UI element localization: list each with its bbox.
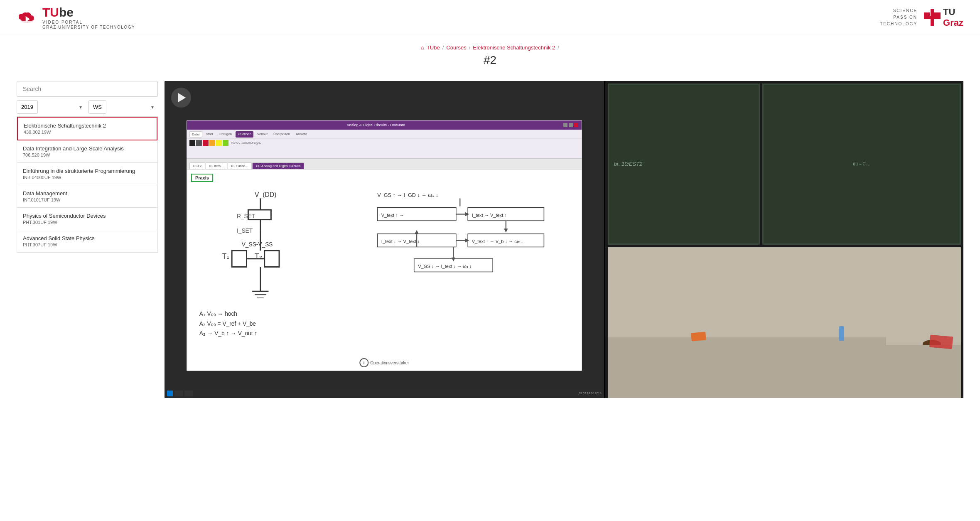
course-item-code: 706.520 19W xyxy=(23,152,152,157)
year-select-wrapper: 2019 2018 2017 xyxy=(17,100,86,114)
home-icon: ⌂ xyxy=(421,44,424,51)
course-item[interactable]: Einführung in die strukturierte Programm… xyxy=(17,163,157,185)
svg-rect-7 xyxy=(924,16,931,19)
filter-row: 2019 2018 2017 WS SS xyxy=(17,100,158,114)
course-item-code: INB.04000UF 19W xyxy=(23,175,152,180)
svg-rect-4 xyxy=(931,12,934,16)
sidebar: 2019 2018 2017 WS SS Elektronische Schal… xyxy=(17,81,158,398)
onenote-tab-est2: EST2 xyxy=(189,162,205,169)
onenote-title: Analog & Digital Circuits - OneNote xyxy=(190,123,562,127)
breadcrumb-home[interactable]: TUbe xyxy=(427,44,440,51)
course-list: Elektronische Schaltungstechnik 2 439.00… xyxy=(17,116,158,253)
svg-marker-39 xyxy=(504,229,508,232)
course-item-name: Data Management xyxy=(23,190,152,197)
classroom-desk-area xyxy=(608,247,886,398)
svg-text:V_GS ↓ → I_text ↓ → ω₁ ↓: V_GS ↓ → I_text ↓ → ω₁ ↓ xyxy=(418,264,472,269)
svg-rect-6 xyxy=(934,12,941,16)
svg-text:A₂ V₀₀ = V_ref + V_be: A₂ V₀₀ = V_ref + V_be xyxy=(199,321,256,327)
breadcrumb-area: ⌂ TUbe / Courses / Elektronische Schaltu… xyxy=(0,35,980,77)
course-item-code: 439.002 19W xyxy=(24,130,151,135)
svg-rect-9 xyxy=(934,16,941,19)
onenote-simulation: Analog & Digital Circuits - OneNote Date… xyxy=(187,120,582,371)
play-triangle-icon xyxy=(178,93,186,102)
svg-text:V_text ↑ →: V_text ↑ → xyxy=(381,213,404,218)
person-area xyxy=(886,247,961,398)
svg-rect-17 xyxy=(232,251,246,267)
svg-rect-19 xyxy=(265,251,279,267)
maximize-button xyxy=(569,123,573,127)
course-item[interactable]: Elektronische Schaltungstechnik 2 439.00… xyxy=(17,117,157,140)
flow-diagram: V_GS ↑ → I_GD ↓ → ω₁ ↓ V_text ↑ → xyxy=(343,185,577,365)
svg-text:V_SS-V_SS: V_SS-V_SS xyxy=(242,242,273,248)
breadcrumb: ⌂ TUbe / Courses / Elektronische Schaltu… xyxy=(421,44,559,51)
blackboard-right: i(t) = C·... xyxy=(762,84,961,245)
svg-text:V_GS ↑ → I_GD ↓ → ω₁ ↓: V_GS ↑ → I_GD ↓ → ω₁ ↓ xyxy=(378,193,439,199)
minimize-button xyxy=(563,123,567,127)
svg-text:V_(DD): V_(DD) xyxy=(255,191,276,199)
svg-marker-43 xyxy=(465,238,469,242)
praxis-box: Praxis xyxy=(191,174,213,182)
svg-text:A₃ → V_b ↑ → V_out ↑: A₃ → V_b ↑ → V_out ↑ xyxy=(199,331,258,337)
svg-marker-47 xyxy=(415,230,419,234)
course-item-name: Einführung in die strukturierte Programm… xyxy=(23,168,152,174)
svg-text:V_text ↑ → V_b ↓ → ω₂ ↓: V_text ↑ → V_b ↓ → ω₂ ↓ xyxy=(472,239,523,244)
tu-graz-logo: TU Graz xyxy=(923,7,963,28)
onenote-tab-funda: 01 Funda... xyxy=(228,162,252,169)
onenote-tab-analog: EC Analog and Digital Circuits xyxy=(252,162,304,169)
svg-rect-8 xyxy=(931,21,934,26)
breadcrumb-course[interactable]: Elektronische Schaltungstechnik 2 xyxy=(473,44,555,51)
header: TUbe VIDEO PORTAL GRAZ UNIVERSITY OF TEC… xyxy=(0,0,980,35)
onenote-titlebar: Analog & Digital Circuits - OneNote xyxy=(187,120,582,130)
logo-text-group: TUbe VIDEO PORTAL GRAZ UNIVERSITY OF TEC… xyxy=(42,5,135,30)
onenote-body: Praxis V_(DD) xyxy=(187,170,582,370)
course-item-name: Elektronische Schaltungstechnik 2 xyxy=(24,123,151,129)
video-left-panel: Analog & Digital Circuits - OneNote Date… xyxy=(165,81,604,398)
course-item-name: Physics of Semiconductor Devices xyxy=(23,213,152,219)
video-area: Analog & Digital Circuits - OneNote Date… xyxy=(165,81,963,398)
course-item[interactable]: Data Management INF.01017UF 19W xyxy=(17,185,157,208)
course-item[interactable]: Data Integration and Large-Scale Analysi… xyxy=(17,140,157,163)
svg-marker-51 xyxy=(452,258,455,261)
close-button xyxy=(574,123,578,127)
svg-text:I_SET: I_SET xyxy=(237,228,253,234)
svg-rect-3 xyxy=(924,12,930,16)
logo-left: TUbe VIDEO PORTAL GRAZ UNIVERSITY OF TEC… xyxy=(17,5,135,30)
video-right-panel: br. 10/EST2 i(t) = C·... xyxy=(605,81,963,398)
search-input[interactable] xyxy=(17,81,158,97)
bottom-label: i Operationsverstärker xyxy=(359,358,409,367)
course-item-code: PHT.307UF 19W xyxy=(23,242,152,247)
video-content: Analog & Digital Circuits - OneNote Date… xyxy=(165,81,963,398)
blackboard-left: br. 10/EST2 xyxy=(608,84,760,245)
svg-text:I_text ↓ → V_text ↓: I_text ↓ → V_text ↓ xyxy=(381,239,420,244)
svg-text:A₁ V₀₀ → hoch: A₁ V₀₀ → hoch xyxy=(199,311,237,317)
svg-text:I_text → V_text ↑: I_text → V_text ↑ xyxy=(472,213,507,218)
university-label: GRAZ UNIVERSITY OF TECHNOLOGY xyxy=(42,25,135,30)
onenote-ribbon: Datei Start Einfügen Zeichnen Verlauf Üb… xyxy=(187,130,582,159)
svg-text:R_SET: R_SET xyxy=(237,213,255,219)
semester-select[interactable]: WS SS xyxy=(88,100,106,114)
course-item-code: PHT.301UF 19W xyxy=(23,220,152,225)
year-select[interactable]: 2019 2018 2017 xyxy=(17,100,38,114)
semester-select-wrapper: WS SS xyxy=(88,100,158,114)
tu-graz-cross-icon xyxy=(923,8,941,27)
course-item[interactable]: Advanced Solid State Physics PHT.307UF 1… xyxy=(17,230,157,252)
svg-text:T₁: T₁ xyxy=(222,252,229,260)
tu-graz-tagline: SCIENCE PASSION TECHNOLOGY xyxy=(880,7,917,27)
play-button[interactable] xyxy=(171,88,191,108)
page-title: #2 xyxy=(0,51,980,75)
taskbar-start-icon xyxy=(167,391,173,396)
course-item-name: Advanced Solid State Physics xyxy=(23,235,152,241)
onenote-tab-intro: 01 Intro... xyxy=(206,162,227,169)
breadcrumb-courses[interactable]: Courses xyxy=(446,44,466,51)
main-container: 2019 2018 2017 WS SS Elektronische Schal… xyxy=(0,77,980,402)
course-item[interactable]: Physics of Semiconductor Devices PHT.301… xyxy=(17,208,157,230)
logo-right: SCIENCE PASSION TECHNOLOGY TU Graz xyxy=(880,7,963,28)
course-item-code: INF.01017UF 19W xyxy=(23,197,152,202)
logo-title: TUbe xyxy=(42,5,135,20)
video-portal-label: VIDEO PORTAL xyxy=(42,20,135,25)
circuit-diagram: V_(DD) R_SET I_SET T₁ xyxy=(191,185,338,365)
taskbar: 19:52 13.10.2019 xyxy=(165,389,604,398)
tube-cloud-icon xyxy=(17,10,37,25)
onenote-tabs: EST2 01 Intro... 01 Funda... EC Analog a… xyxy=(187,159,582,170)
tu-graz-name: TU Graz xyxy=(943,7,963,28)
